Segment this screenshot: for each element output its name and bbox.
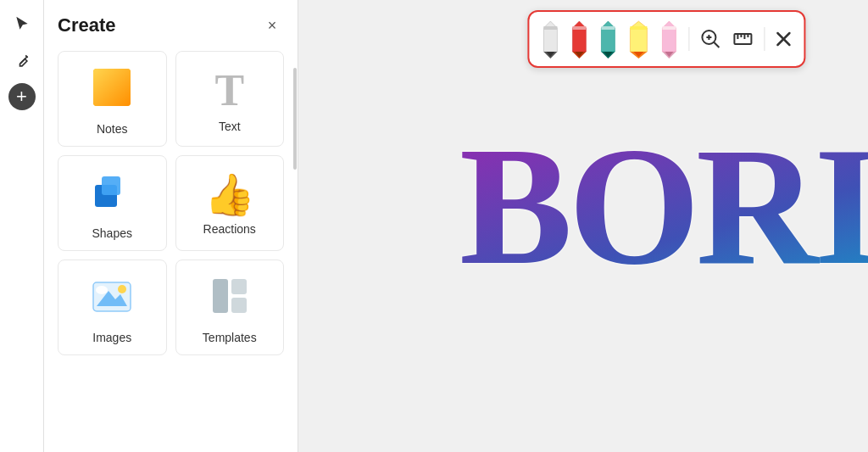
grid-item-shapes[interactable]: Shapes <box>58 155 167 251</box>
teal-pencil-tool[interactable] <box>595 17 620 61</box>
panel-title: Create <box>58 14 115 36</box>
svg-point-8 <box>96 286 108 294</box>
images-icon <box>90 274 134 324</box>
zoom-tool[interactable] <box>696 25 725 53</box>
svg-rect-10 <box>231 279 247 294</box>
pen-tool[interactable] <box>7 46 37 76</box>
templates-icon <box>208 274 252 324</box>
svg-rect-27 <box>630 26 647 30</box>
shapes-icon <box>90 170 134 220</box>
svg-rect-19 <box>572 26 586 30</box>
scrollbar-thumb[interactable] <box>293 68 297 170</box>
pink-pencil-tool[interactable] <box>656 17 682 61</box>
cursor-tool[interactable] <box>7 8 37 39</box>
svg-marker-20 <box>601 21 615 52</box>
ruler-tool[interactable] <box>728 25 757 53</box>
grid-item-images[interactable]: Images <box>58 259 167 355</box>
svg-rect-1 <box>93 69 131 106</box>
reactions-icon: 👍 <box>204 175 255 215</box>
svg-line-33 <box>714 42 719 47</box>
notes-label: Notes <box>97 122 128 136</box>
left-toolbar: + <box>0 0 44 452</box>
scrollbar-track[interactable] <box>292 51 298 452</box>
svg-marker-16 <box>572 21 586 52</box>
toolbar-separator-2 <box>764 27 765 51</box>
svg-point-7 <box>118 285 126 293</box>
create-grid: Notes T Text Shapes 👍 Reactions <box>58 51 284 364</box>
svg-rect-3 <box>102 176 120 195</box>
grid-item-text[interactable]: T Text <box>175 51 285 147</box>
toolbar-separator-1 <box>688 27 689 51</box>
notes-icon <box>90 65 134 115</box>
shapes-label: Shapes <box>92 226 132 240</box>
svg-rect-11 <box>231 298 247 313</box>
close-toolbar-button[interactable] <box>771 27 795 51</box>
black-pencil-tool[interactable] <box>537 17 563 61</box>
reactions-label: Reactions <box>203 222 256 236</box>
grid-item-notes[interactable]: Notes <box>58 51 167 147</box>
text-label: Text <box>219 120 241 133</box>
drawing-toolbar <box>527 10 805 68</box>
panel-close-button[interactable]: × <box>260 14 284 37</box>
images-label: Images <box>92 331 131 344</box>
grid-item-reactions[interactable]: 👍 Reactions <box>175 155 285 251</box>
create-panel: Create × Notes <box>44 0 298 452</box>
svg-marker-28 <box>662 21 676 52</box>
add-tool[interactable]: + <box>8 83 36 110</box>
svg-marker-24 <box>630 21 647 52</box>
svg-rect-23 <box>601 26 615 30</box>
svg-rect-31 <box>662 26 676 30</box>
svg-marker-12 <box>543 21 557 52</box>
panel-header: Create × <box>58 14 284 37</box>
svg-text:BORING: BORING <box>459 112 868 299</box>
canvas-area[interactable]: BORING <box>298 0 868 452</box>
canvas-drawing: BORING <box>451 51 868 356</box>
svg-rect-9 <box>213 279 228 313</box>
text-icon: T <box>214 69 244 113</box>
svg-rect-15 <box>543 26 557 30</box>
yellow-highlighter-tool[interactable] <box>624 17 653 61</box>
red-pencil-tool[interactable] <box>566 17 592 61</box>
grid-item-templates[interactable]: Templates <box>175 259 285 355</box>
templates-label: Templates <box>203 331 257 344</box>
